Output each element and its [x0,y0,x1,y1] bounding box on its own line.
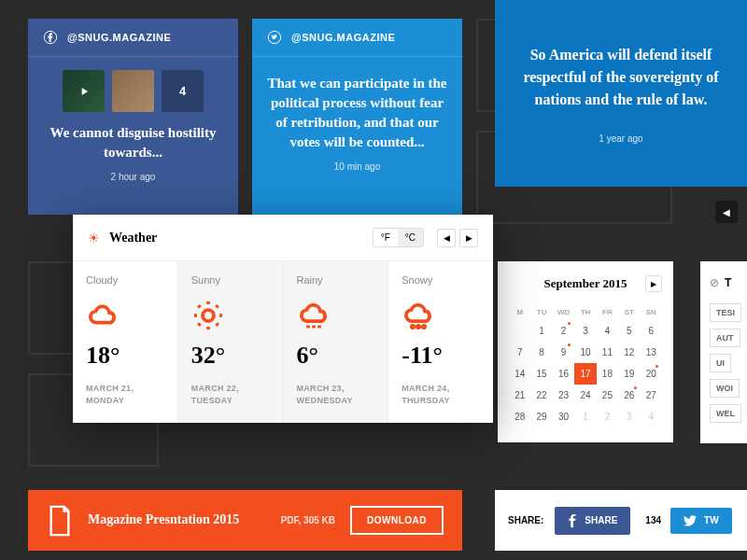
tag-item[interactable]: UI [710,354,731,372]
weather-temp: 18° [86,342,164,370]
calendar-day[interactable]: 26 [618,385,640,406]
calendar-day[interactable]: 14 [509,363,530,385]
calendar-day[interactable]: 2 [597,406,618,427]
calendar-day[interactable]: 24 [574,385,596,406]
thumbnail-count[interactable]: 4 [162,70,204,112]
calendar-day[interactable]: 18 [597,363,618,385]
calendar-day[interactable]: 19 [618,363,640,385]
weather-icon [191,297,270,334]
calendar-day[interactable]: 3 [574,320,596,342]
facebook-thumbnails: 4 [43,70,223,112]
unit-toggle[interactable]: °F °C [373,228,424,247]
weather-icon [86,297,164,334]
calendar-day-header: TH [574,304,596,320]
weather-icon [402,297,480,334]
share-twitter-button[interactable]: TW [670,508,732,534]
weather-date: MARCH 21, MONDAY [86,383,164,406]
svg-point-14 [412,326,414,328]
weather-prev-button[interactable]: ◀ [437,229,456,247]
weather-widget: ☀ Weather °F °C ◀ ▶ Cloudy18°MARCH 21, M… [73,215,493,423]
weather-day[interactable]: Rainy6°MARCH 23, WEDNESDAY [284,261,389,423]
tags-title: T [725,276,731,289]
calendar-day[interactable]: 10 [574,342,596,363]
calendar-day[interactable]: 20 [641,363,662,385]
facebook-handle: @SNUG.MAGAZINE [67,32,171,43]
weather-date: MARCH 24, THURSDAY [402,383,480,406]
celsius-button[interactable]: °C [398,229,423,246]
weather-next-button[interactable]: ▶ [459,229,478,247]
facebook-text: We cannot disguise hostility towards... [43,123,223,162]
calendar-next-button[interactable]: ▶ [645,275,662,292]
calendar-day-header: FR [597,304,618,320]
fahrenheit-button[interactable]: °F [374,229,398,246]
thumbnail-image[interactable] [63,70,105,112]
carousel-prev-button[interactable]: ◀ [715,201,738,223]
calendar-day[interactable]: 12 [618,342,640,363]
weather-day[interactable]: Snowy-11°MARCH 24, THURSDAY [388,261,493,423]
calendar-day[interactable]: 27 [641,385,662,406]
calendar-day-header: WD [553,304,574,320]
calendar-day[interactable]: 29 [530,406,552,427]
calendar-day[interactable]: 6 [641,320,662,342]
calendar-day[interactable]: 11 [597,342,618,363]
svg-point-16 [423,326,425,328]
calendar-day[interactable]: 30 [553,406,574,427]
weather-temp: 6° [297,342,375,370]
twitter-time: 10 min ago [267,161,447,172]
svg-line-9 [198,324,200,326]
thumbnail-image[interactable] [112,70,154,112]
svg-point-15 [417,326,419,328]
calendar-day-header: TU [530,304,552,320]
tag-item[interactable]: WEL [710,404,741,423]
calendar-day[interactable]: 25 [597,385,618,406]
calendar-day[interactable]: 22 [530,385,552,406]
quote-text: So America will defend itself respectful… [514,44,728,111]
calendar-day[interactable]: 13 [641,342,662,363]
calendar-day[interactable]: 2 [553,320,574,342]
calendar-day[interactable]: 4 [597,320,618,342]
calendar-day[interactable]: 8 [530,342,552,363]
calendar-day[interactable]: 9 [553,342,574,363]
weather-date: MARCH 22, TUESDAY [191,383,270,406]
calendar-day[interactable]: 7 [509,342,530,363]
calendar-day[interactable]: 16 [553,363,574,385]
twitter-icon [267,30,282,45]
calendar-day[interactable]: 5 [618,320,640,342]
weather-temp: -11° [402,342,480,370]
weather-condition: Rainy [297,274,375,286]
svg-point-2 [203,310,214,321]
share-count: 134 [645,515,661,525]
weather-day[interactable]: Sunny32°MARCH 22, TUESDAY [178,261,284,423]
facebook-card[interactable]: @SNUG.MAGAZINE 4 We cannot disguise host… [28,19,238,215]
calendar-day[interactable]: 21 [509,385,530,406]
calendar-day[interactable]: 3 [618,406,640,427]
twitter-card[interactable]: @SNUG.MAGAZINE That we can participate i… [252,19,462,215]
tag-item[interactable]: WOI [710,379,740,398]
svg-line-6 [216,324,218,326]
tag-item[interactable]: TESI [710,303,741,322]
twitter-icon [684,515,697,526]
weather-day[interactable]: Cloudy18°MARCH 21, MONDAY [73,261,178,423]
weather-date: MARCH 23, WEDNESDAY [297,383,375,406]
download-button[interactable]: DOWNLOAD [350,506,444,535]
calendar-day-header: M [509,304,530,320]
quote-card[interactable]: So America will defend itself respectful… [495,0,747,187]
calendar-day-header: SN [641,304,662,320]
weather-icon [297,297,375,334]
calendar-day[interactable]: 1 [574,406,596,427]
calendar-day[interactable]: 1 [530,320,552,342]
share-fb-label: SHARE [585,515,617,525]
calendar-day[interactable] [509,320,530,342]
calendar-day[interactable]: 17 [574,363,596,385]
tag-item[interactable]: AUT [710,329,740,347]
share-facebook-button[interactable]: SHARE [555,507,630,535]
calendar-day[interactable]: 28 [509,406,530,427]
download-meta: PDF, 305 KB [281,515,335,525]
calendar-day[interactable]: 15 [530,363,552,385]
download-title: Magazine Presntation 2015 [88,512,281,528]
calendar-day[interactable]: 4 [641,406,662,427]
svg-line-5 [198,305,200,307]
facebook-icon [43,30,58,45]
calendar-day[interactable]: 23 [553,385,574,406]
weather-condition: Cloudy [86,274,164,286]
